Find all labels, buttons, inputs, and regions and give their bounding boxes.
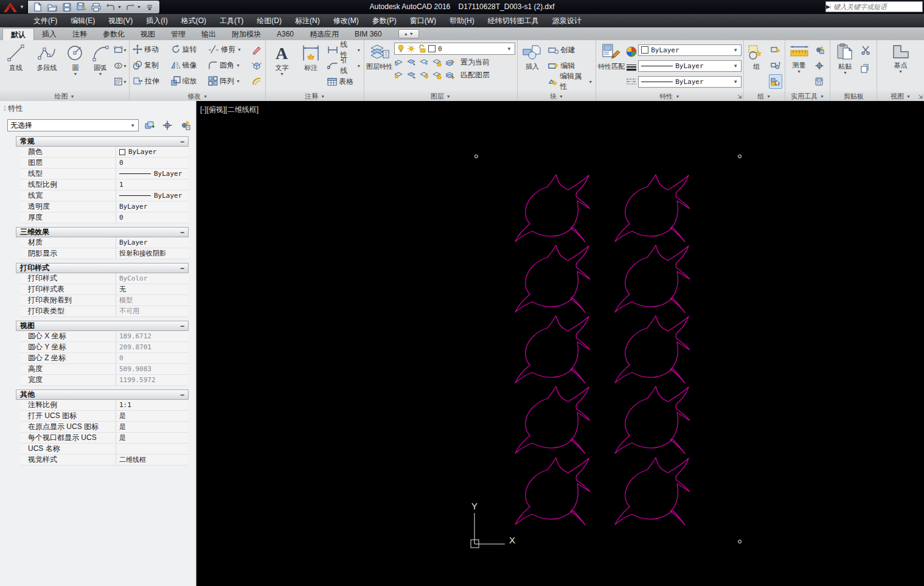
fillet-button[interactable]: 圆角▼ <box>207 58 249 72</box>
section-header-0[interactable]: 常规− <box>16 136 189 147</box>
group-edit-button[interactable] <box>769 58 782 73</box>
lineweight-combo[interactable]: ByLayer▼ <box>638 60 741 72</box>
ribbon-tab-5[interactable]: 管理 <box>163 28 193 40</box>
section-collapse-icon[interactable]: − <box>180 391 184 399</box>
open-file-button[interactable] <box>46 2 58 13</box>
move-button[interactable]: 移动 <box>131 42 167 57</box>
toggle-pickadd-button[interactable] <box>144 119 156 131</box>
rectangle-button[interactable]: ▼ <box>114 43 127 57</box>
property-row[interactable]: 线宽ByLayer <box>21 190 189 201</box>
section-collapse-icon[interactable]: − <box>180 138 184 146</box>
property-row[interactable]: 线型ByLayer <box>21 169 189 180</box>
redo-dropdown-icon[interactable]: ▼ <box>137 5 141 9</box>
menu-item-12[interactable]: 经纬切转图工具 <box>481 14 546 27</box>
offset-button[interactable] <box>250 74 263 89</box>
model-space[interactable]: X Y <box>196 101 924 586</box>
layer-walk-icon[interactable] <box>407 71 416 78</box>
property-row[interactable]: 线型比例1 <box>21 180 189 190</box>
menu-item-13[interactable]: 源泉设计 <box>546 14 588 27</box>
base-view-dropdown-icon[interactable]: ▼ <box>898 69 903 74</box>
section-header-1[interactable]: 三维效果− <box>16 227 189 237</box>
quick-select-button[interactable] <box>813 43 826 57</box>
paste-dropdown-icon[interactable]: ▼ <box>843 71 847 75</box>
panel-title-utilities[interactable]: 实用工具▼ <box>785 91 830 101</box>
menu-item-1[interactable]: 编辑(E) <box>64 14 102 27</box>
property-row[interactable]: 圆心 Y 坐标209.8701 <box>21 342 189 353</box>
property-value[interactable]: 1:1 <box>116 400 189 410</box>
property-value[interactable]: ByLayer <box>116 190 189 201</box>
array-button[interactable]: 阵列▼ <box>207 74 249 88</box>
line-button[interactable]: 直线 <box>2 41 30 90</box>
property-value[interactable]: ByLayer <box>116 169 189 179</box>
table-button[interactable]: 表格 <box>326 74 362 89</box>
property-value[interactable]: 无 <box>116 284 189 295</box>
property-row[interactable]: 打印样式表无 <box>21 284 189 295</box>
layer-freeze-icon[interactable] <box>420 58 429 66</box>
text-button[interactable]: A 文字 ▼ <box>268 41 296 90</box>
layer-isolate-icon[interactable] <box>407 58 416 66</box>
arc-dropdown-icon[interactable]: ▼ <box>99 72 103 76</box>
stretch-button[interactable]: 拉伸 <box>131 74 167 88</box>
fish-outline[interactable] <box>515 458 590 526</box>
menu-item-10[interactable]: 窗口(W) <box>403 14 443 27</box>
view-dialog-launcher[interactable]: ⇲ <box>918 94 923 100</box>
menu-item-6[interactable]: 绘图(D) <box>250 14 288 27</box>
property-value[interactable]: 0 <box>116 158 189 168</box>
quick-select-palette-button[interactable] <box>178 119 191 131</box>
fish-outline[interactable] <box>515 245 590 313</box>
menu-item-0[interactable]: 文件(F) <box>27 14 64 27</box>
section-header-2[interactable]: 打印样式− <box>16 263 189 273</box>
drawing-canvas[interactable]: X Y [-][俯视][二维线框] <box>196 101 924 586</box>
section-collapse-icon[interactable]: − <box>180 322 184 330</box>
property-row[interactable]: 厚度0 <box>21 212 189 223</box>
trim-button[interactable]: 修剪▼ <box>207 42 249 57</box>
ribbon-tab-8[interactable]: A360 <box>269 28 302 40</box>
object-color-combo[interactable]: ByLayer▼ <box>638 44 741 56</box>
panel-title-view[interactable]: 视图▼ <box>877 91 924 101</box>
fish-outline[interactable] <box>615 458 690 526</box>
fish-outline[interactable] <box>515 175 590 243</box>
layer-off-icon[interactable] <box>394 58 403 66</box>
panel-title-properties[interactable]: 特性▼ <box>596 91 743 101</box>
property-row[interactable]: 打印表附着到模型 <box>21 295 189 306</box>
property-row[interactable]: 每个视口都显示 UCS是 <box>21 433 189 444</box>
copy-button[interactable]: 复制 <box>131 58 167 72</box>
property-row[interactable]: 宽度1199.5972 <box>21 375 189 386</box>
copy-clip-button[interactable] <box>859 61 872 75</box>
property-row[interactable]: 在原点显示 UCS 图标是 <box>21 422 189 433</box>
qat-customize-button[interactable] <box>144 2 156 13</box>
array-dropdown-icon[interactable]: ▼ <box>236 79 240 83</box>
panel-title-layers[interactable]: 图层▼ <box>364 91 516 101</box>
property-row[interactable]: 圆心 X 坐标189.6712 <box>21 331 189 342</box>
section-collapse-icon[interactable]: − <box>180 264 184 273</box>
fillet-dropdown-icon[interactable]: ▼ <box>236 63 240 68</box>
hatch-button[interactable]: ▼ <box>114 74 127 89</box>
text-dropdown-icon[interactable]: ▼ <box>280 72 284 76</box>
property-row[interactable]: 透明度ByLayer <box>21 201 189 212</box>
layer-properties-button[interactable]: 图层特性 <box>366 41 393 90</box>
edit-attribute-dropdown-icon[interactable]: ▼ <box>588 80 592 84</box>
property-value[interactable]: 是 <box>116 411 189 421</box>
ribbon-tab-6[interactable]: 输出 <box>193 28 224 40</box>
insert-block-button[interactable]: 插入 <box>519 41 546 90</box>
linetype-icon[interactable] <box>626 78 637 85</box>
section-collapse-icon[interactable]: − <box>180 228 184 237</box>
selection-combo[interactable]: 无选择 ▼ <box>7 119 139 131</box>
property-value[interactable]: 是 <box>116 422 189 432</box>
menu-item-3[interactable]: 插入(I) <box>139 14 174 27</box>
ungroup-button[interactable] <box>769 43 782 57</box>
layer-lock2-icon[interactable] <box>432 58 442 66</box>
layer-thaw-icon[interactable] <box>420 71 429 78</box>
property-row[interactable]: UCS 名称 <box>21 444 189 455</box>
property-value[interactable]: 1 <box>116 180 189 190</box>
measure-dropdown-icon[interactable]: ▼ <box>797 69 801 74</box>
property-row[interactable]: 打印表类型不可用 <box>21 306 189 317</box>
circle-button[interactable]: 圆 ▼ <box>64 41 87 90</box>
property-row[interactable]: 图层0 <box>21 158 189 169</box>
property-row[interactable]: 阴影显示投射和接收阴影 <box>21 248 189 259</box>
point-marker[interactable] <box>738 540 742 543</box>
property-value[interactable]: 投射和接收阴影 <box>116 248 189 259</box>
circle-dropdown-icon[interactable]: ▼ <box>74 72 78 76</box>
new-file-button[interactable] <box>32 2 44 13</box>
undo-dropdown-icon[interactable]: ▼ <box>117 5 122 9</box>
